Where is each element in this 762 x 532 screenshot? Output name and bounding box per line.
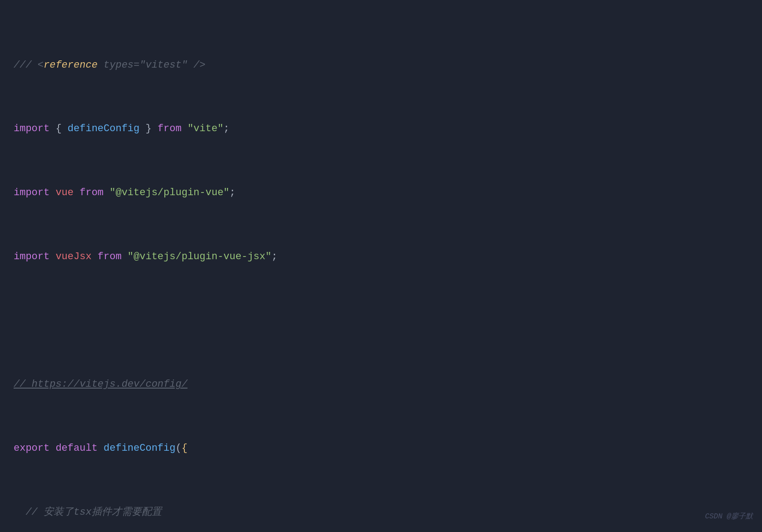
string-vite: "vite" — [188, 123, 223, 134]
comment-reference: /// <reference types="vitest" /> — [14, 59, 206, 71]
watermark-text: CSDN @廖子默 — [705, 511, 753, 523]
keyword-from3: from — [98, 251, 122, 262]
keyword-from: from — [158, 123, 182, 134]
comment-url: // https://vitejs.dev/config/ — [14, 379, 188, 390]
keyword-import2: import — [14, 187, 49, 198]
ident-vue: vue — [55, 187, 74, 198]
brace-open1: { — [182, 443, 188, 454]
func-defineconfig: defineConfig — [68, 123, 139, 134]
line-2: import { defineConfig } from "vite"; — [14, 121, 748, 137]
keyword-import3: import — [14, 251, 49, 262]
keyword-export: export — [14, 443, 49, 454]
comment-tsx-plugin: // 安装了tsx插件才需要配置 — [25, 507, 161, 518]
line-1: /// <reference types="vitest" /> — [14, 57, 748, 73]
line-blank1 — [14, 313, 748, 329]
string-plugin-vue: "@vitejs/plugin-vue" — [109, 187, 229, 198]
line-3: import vue from "@vitejs/plugin-vue"; — [14, 185, 748, 201]
line-6: // https://vitejs.dev/config/ — [14, 376, 748, 392]
func-defineconfig2: defineConfig — [104, 443, 175, 454]
line-7: export default defineConfig({ — [14, 440, 748, 456]
keyword-default: default — [55, 443, 97, 454]
line-4: import vueJsx from "@vitejs/plugin-vue-j… — [14, 249, 748, 265]
ident-vuejsx: vueJsx — [55, 251, 91, 262]
string-plugin-vue-jsx: "@vitejs/plugin-vue-jsx" — [128, 251, 272, 262]
keyword-from2: from — [79, 187, 104, 198]
line-8: // 安装了tsx插件才需要配置 — [14, 504, 748, 520]
keyword-import: import — [14, 123, 49, 134]
code-editor: /// <reference types="vitest" /> import … — [14, 9, 748, 532]
